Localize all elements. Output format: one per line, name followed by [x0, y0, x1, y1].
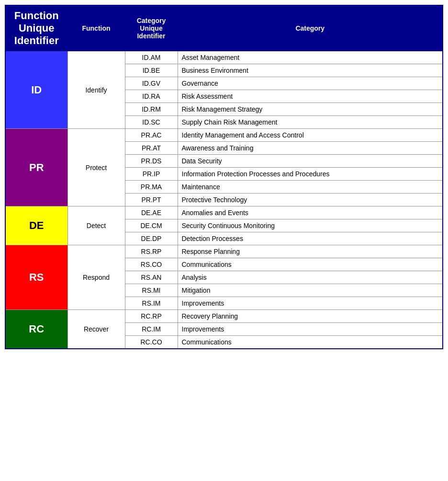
- category-uid-cell: RC.IM: [125, 323, 178, 336]
- category-uid-cell: DE.CM: [125, 219, 178, 232]
- function-uid-cell: PR: [5, 129, 67, 206]
- category-name-cell: Communications: [178, 258, 443, 271]
- header-category-uid: Category Unique Identifier: [125, 5, 178, 51]
- category-name-cell: Improvements: [178, 323, 443, 336]
- category-uid-cell: RS.IM: [125, 297, 178, 310]
- header-function-uid: Function Unique Identifier: [5, 5, 67, 51]
- category-name-cell: Risk Management Strategy: [178, 103, 443, 116]
- category-uid-cell: PR.AC: [125, 129, 178, 142]
- category-name-cell: Data Security: [178, 155, 443, 168]
- category-uid-cell: RC.RP: [125, 310, 178, 323]
- category-uid-cell: DE.AE: [125, 206, 178, 219]
- category-name-cell: Improvements: [178, 297, 443, 310]
- category-name-cell: Analysis: [178, 271, 443, 284]
- category-name-cell: Communications: [178, 336, 443, 349]
- category-name-cell: Recovery Planning: [178, 310, 443, 323]
- category-uid-cell: DE.DP: [125, 232, 178, 245]
- function-name-cell: Recover: [67, 310, 125, 349]
- category-uid-cell: RC.CO: [125, 336, 178, 349]
- function-name-cell: Respond: [67, 245, 125, 310]
- category-name-cell: Anomalies and Events: [178, 206, 443, 219]
- category-uid-cell: PR.DS: [125, 155, 178, 168]
- category-uid-cell: RS.AN: [125, 271, 178, 284]
- table-header-row: Function Unique Identifier Function Cate…: [5, 5, 443, 51]
- function-name-cell: Detect: [67, 206, 125, 245]
- category-uid-cell: ID.SC: [125, 116, 178, 129]
- table-row: IDIdentifyID.AMAsset Management: [5, 51, 443, 64]
- header-category: Category: [178, 5, 443, 51]
- category-name-cell: Risk Assessment: [178, 90, 443, 103]
- table-row: PRProtectPR.ACIdentity Management and Ac…: [5, 129, 443, 142]
- category-name-cell: Security Continuous Monitoring: [178, 219, 443, 232]
- category-uid-cell: PR.MA: [125, 181, 178, 194]
- category-name-cell: Maintenance: [178, 181, 443, 194]
- function-name-cell: Identify: [67, 51, 125, 129]
- category-uid-cell: RS.CO: [125, 258, 178, 271]
- category-name-cell: Asset Management: [178, 51, 443, 64]
- category-uid-cell: RS.RP: [125, 245, 178, 258]
- function-uid-cell: DE: [5, 206, 67, 245]
- category-uid-cell: ID.GV: [125, 77, 178, 90]
- category-name-cell: Detection Processes: [178, 232, 443, 245]
- category-name-cell: Governance: [178, 77, 443, 90]
- category-name-cell: Information Protection Processes and Pro…: [178, 168, 443, 181]
- category-name-cell: Business Environment: [178, 64, 443, 77]
- category-uid-cell: ID.RA: [125, 90, 178, 103]
- table-body: IDIdentifyID.AMAsset ManagementID.BEBusi…: [5, 51, 443, 349]
- main-table-wrapper: Function Unique Identifier Function Cate…: [5, 5, 443, 349]
- category-name-cell: Identity Management and Access Control: [178, 129, 443, 142]
- category-uid-cell: RS.MI: [125, 284, 178, 297]
- category-uid-cell: ID.RM: [125, 103, 178, 116]
- table-row: DEDetectDE.AEAnomalies and Events: [5, 206, 443, 219]
- header-function: Function: [67, 5, 125, 51]
- category-name-cell: Mitigation: [178, 284, 443, 297]
- function-uid-cell: RC: [5, 310, 67, 349]
- function-uid-cell: RS: [5, 245, 67, 310]
- category-name-cell: Protective Technology: [178, 194, 443, 206]
- category-uid-cell: PR.AT: [125, 142, 178, 155]
- category-uid-cell: PR.PT: [125, 194, 178, 206]
- function-uid-cell: ID: [5, 51, 67, 129]
- nist-framework-table: Function Unique Identifier Function Cate…: [5, 5, 443, 349]
- category-name-cell: Awareness and Training: [178, 142, 443, 155]
- category-uid-cell: ID.BE: [125, 64, 178, 77]
- category-name-cell: Response Planning: [178, 245, 443, 258]
- function-name-cell: Protect: [67, 129, 125, 206]
- table-row: RSRespondRS.RPResponse Planning: [5, 245, 443, 258]
- category-uid-cell: PR.IP: [125, 168, 178, 181]
- category-uid-cell: ID.AM: [125, 51, 178, 64]
- table-row: RCRecoverRC.RPRecovery Planning: [5, 310, 443, 323]
- category-name-cell: Supply Chain Risk Management: [178, 116, 443, 129]
